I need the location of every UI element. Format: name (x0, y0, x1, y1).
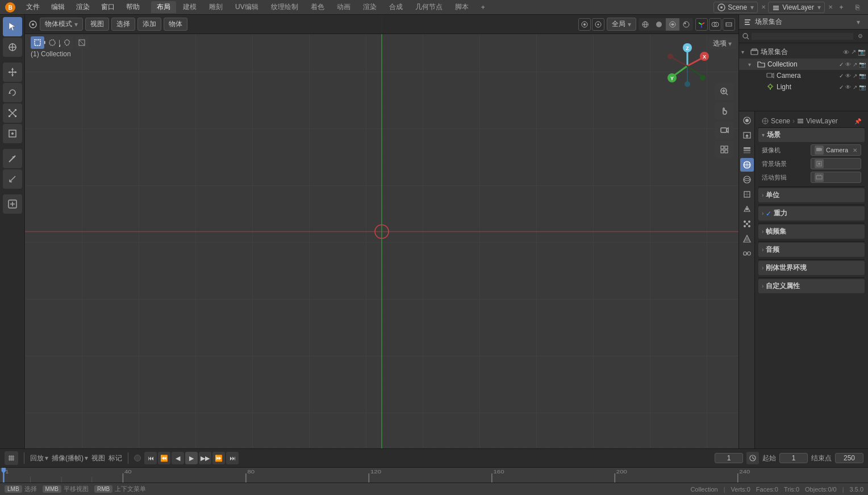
overlay-toggle-btn[interactable] (709, 18, 721, 31)
timeline-type-btn[interactable] (5, 451, 18, 465)
options-btn[interactable]: 选项 ▾ (708, 38, 736, 49)
workspace-tab-render[interactable]: 渲染 (357, 1, 382, 13)
tool-scale[interactable] (3, 103, 22, 123)
start-frame-input[interactable] (779, 453, 808, 463)
outliner-filter-btn[interactable]: ▾ (853, 17, 863, 27)
camera-vis-check[interactable]: ✓ (839, 73, 844, 79)
keyframe-btn[interactable] (134, 455, 141, 461)
outliner-search-input[interactable] (752, 33, 853, 40)
light-vis-check[interactable]: ✓ (839, 84, 844, 90)
grid-view-btn[interactable] (715, 141, 734, 158)
prop-tab-render[interactable] (740, 114, 754, 127)
light-sel[interactable]: ↗ (853, 84, 857, 90)
collection-row[interactable]: ▾ Collection ✓ 👁 ↗ 📷 (739, 59, 868, 70)
playback-speed-btn[interactable] (746, 452, 759, 464)
prop-tab-view-layer[interactable] (740, 143, 754, 157)
workspace-tab-modeling[interactable]: 建模 (177, 1, 202, 13)
jump-first-btn[interactable]: ⏮ (144, 452, 157, 464)
outliner-toggle-restriction-btn[interactable]: ⚙ (856, 32, 865, 41)
audio-section-header[interactable]: › 音频 (758, 243, 865, 257)
current-frame-input[interactable] (715, 453, 743, 463)
light-render[interactable]: 📷 (859, 84, 866, 90)
camera-row[interactable]: Camera ✓ 👁 ↗ 📷 (739, 70, 868, 81)
capture-menu[interactable]: 捕像(播帧)▾ (52, 454, 88, 463)
gravity-checkbox[interactable]: ✓ (766, 210, 771, 218)
scene-selector[interactable]: Scene ▾ (713, 2, 758, 13)
wireframe-btn[interactable] (639, 18, 652, 31)
step-back-btn[interactable]: ◀ (172, 452, 184, 464)
light-eye[interactable]: 👁 (845, 84, 851, 90)
prop-tab-scene[interactable] (740, 158, 754, 172)
jump-back-btn[interactable]: ⏪ (158, 452, 170, 464)
rigid-section-header[interactable]: › 刚体世界环境 (758, 261, 865, 275)
active-clip-value[interactable] (811, 172, 861, 183)
tool-add-primitive[interactable] (3, 194, 22, 214)
workspace-tab-texture[interactable]: 纹理绘制 (265, 1, 304, 13)
menu-file[interactable]: 文件 (22, 1, 44, 13)
scene-vis-eye[interactable]: 👁 (843, 49, 849, 56)
prop-tab-object[interactable] (740, 188, 754, 201)
marker-menu[interactable]: 标记 (108, 454, 122, 463)
tool-transform[interactable] (3, 124, 22, 143)
workspace-tab-compositing[interactable]: 合成 (383, 1, 408, 13)
view-menu[interactable]: 视图 (85, 18, 109, 31)
keyframes-section-header[interactable]: › 帧频集 (758, 224, 865, 239)
workspace-tab-uv[interactable]: UV编辑 (229, 1, 264, 13)
circle-select-btn[interactable] (45, 36, 59, 49)
workspace-tab-layout[interactable]: 布局 (151, 1, 176, 13)
xray-toggle-btn[interactable] (723, 18, 735, 31)
transform-orientation[interactable]: 全局 ▾ (607, 18, 636, 31)
camera-prop-value[interactable]: Camera ✕ (811, 144, 861, 156)
units-section-header[interactable]: › 单位 (758, 188, 865, 202)
workspace-tab-scripting[interactable]: 脚本 (449, 1, 474, 13)
workspace-tab-shading[interactable]: 着色 (305, 1, 330, 13)
workspace-tab-geometry-nodes[interactable]: 几何节点 (410, 1, 448, 13)
prop-tab-physics[interactable] (740, 232, 754, 246)
box-select-btn[interactable] (31, 36, 44, 49)
proportional-edit-btn[interactable] (578, 18, 591, 31)
select-through-btn[interactable] (75, 36, 89, 49)
playback-menu[interactable]: 回放▾ (30, 454, 48, 463)
camera-remove-btn[interactable]: ✕ (853, 147, 857, 153)
timeline-ruler[interactable]: 1 40 80 120 160 200 240 (0, 468, 868, 482)
gizmo-toggle-btn[interactable] (695, 18, 708, 31)
camera-view-btn[interactable] (715, 122, 734, 139)
gravity-section-header[interactable]: › ✓ 重力 (758, 206, 865, 221)
camera-sel[interactable]: ↗ (853, 73, 857, 79)
custom-props-section-header[interactable]: › 自定义属性 (758, 279, 865, 293)
material-preview-btn[interactable] (666, 18, 679, 31)
workspace-tab-sculpt[interactable]: 雕刻 (203, 1, 228, 13)
light-row[interactable]: Light ✓ 👁 ↗ 📷 (739, 81, 868, 93)
tool-rotate[interactable] (3, 83, 22, 102)
prop-tab-constraints[interactable] (740, 247, 754, 260)
end-frame-input[interactable] (835, 453, 863, 463)
scene-sel-cursor[interactable]: ↗ (851, 48, 856, 56)
prop-tab-output[interactable] (740, 128, 754, 142)
mode-selector[interactable]: 物体模式 ▾ (40, 18, 83, 31)
copy-viewlayer-button[interactable]: ⎘ (851, 1, 863, 14)
bg-scene-value[interactable] (811, 158, 861, 169)
rendered-btn[interactable] (679, 18, 693, 31)
hand-pan-btn[interactable] (715, 102, 734, 119)
viewlayer-selector[interactable]: ViewLayer ▾ (768, 2, 825, 13)
view-menu-timeline[interactable]: 视图 (91, 454, 105, 463)
menu-help[interactable]: 帮助 (122, 1, 144, 13)
scene-collection-row[interactable]: ▾ 场景集合 👁 ↗ 📷 (739, 45, 868, 59)
select-menu[interactable]: 选择 (111, 18, 135, 31)
collection-sel[interactable]: ↗ (853, 61, 857, 68)
solid-btn[interactable] (652, 18, 666, 31)
tool-annotate[interactable] (3, 149, 22, 168)
collection-render[interactable]: 📷 (859, 61, 866, 68)
add-menu[interactable]: 添加 (137, 18, 161, 31)
menu-window[interactable]: 窗口 (97, 1, 119, 13)
tool-select[interactable] (3, 17, 22, 36)
snap-btn[interactable] (592, 18, 604, 31)
tool-measure[interactable] (3, 169, 22, 189)
workspace-tab-add[interactable]: + (475, 2, 491, 13)
prop-tab-modifier[interactable] (740, 202, 754, 216)
add-viewlayer-button[interactable]: + (835, 1, 848, 14)
menu-edit[interactable]: 编辑 (47, 1, 69, 13)
collection-eye[interactable]: 👁 (845, 61, 851, 68)
step-forward-btn[interactable]: ▶▶ (199, 452, 211, 464)
scene-render[interactable]: 📷 (858, 48, 866, 56)
